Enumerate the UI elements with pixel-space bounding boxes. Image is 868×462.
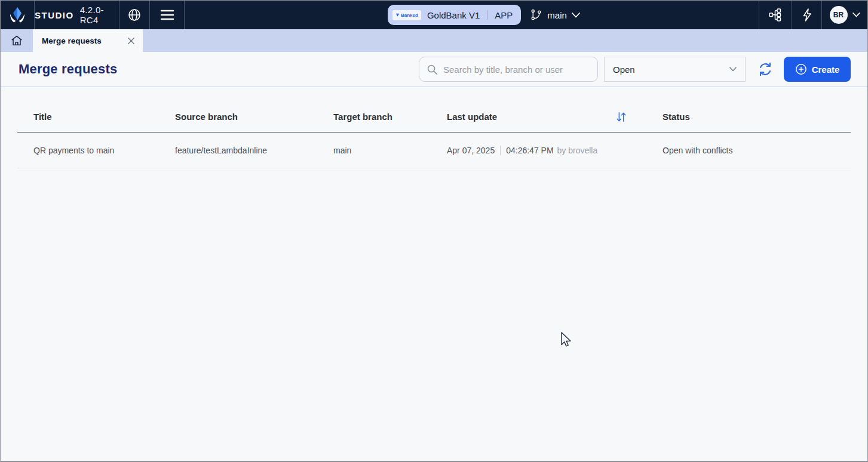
- brand-name: STUDIO: [35, 10, 74, 20]
- chevron-down-icon: [572, 13, 580, 18]
- environments-button[interactable]: [759, 1, 792, 29]
- user-menu[interactable]: BR: [822, 1, 867, 29]
- search-icon: [427, 64, 438, 75]
- kb-environment: APP: [495, 10, 513, 20]
- app-logo[interactable]: [1, 1, 34, 29]
- page-header: Merge requests Open: [1, 52, 867, 87]
- lightning-icon: [800, 8, 814, 22]
- tab-bar: Merge requests: [1, 29, 867, 52]
- kb-separator: [487, 10, 487, 20]
- mr-last-update: Apr 07, 2025 04:26:47 PM by brovella: [447, 146, 662, 155]
- mr-status-badge: Open with conflicts: [662, 146, 851, 155]
- merge-request-row[interactable]: QR payments to main feature/testLambdaIn…: [17, 133, 851, 168]
- status-filter-select[interactable]: Open: [604, 57, 746, 82]
- page-title: Merge requests: [19, 61, 117, 77]
- merge-requests-table: Title Source branch Target branch Last u…: [17, 101, 851, 168]
- menu-icon: [160, 10, 174, 20]
- app-window: STUDIO 4.2.0-RC4: [0, 0, 868, 462]
- brand-block: STUDIO 4.2.0-RC4: [35, 1, 119, 29]
- date-time-separator: [500, 146, 501, 155]
- chevron-down-icon: [729, 67, 737, 72]
- mr-source-branch: feature/testLambdaInline: [175, 146, 333, 155]
- kb-name: GoldBank V1: [427, 10, 480, 20]
- org-logo-icon: [395, 13, 400, 17]
- close-icon: [127, 36, 136, 45]
- last-update-wrap: Apr 07, 2025 04:26:47 PM by brovella: [447, 146, 662, 155]
- refresh-button[interactable]: [757, 61, 773, 77]
- create-button-label: Create: [812, 64, 840, 75]
- column-target-branch: Target branch: [333, 112, 447, 122]
- knowledge-base-selector[interactable]: Banked GoldBank V1 APP: [388, 5, 521, 25]
- brand-version: 4.2.0-RC4: [80, 5, 119, 25]
- current-branch: main: [547, 10, 567, 20]
- status-filter-value: Open: [613, 64, 635, 75]
- hierarchy-icon: [768, 7, 783, 23]
- topbar-right: BR: [759, 1, 867, 29]
- kb-context: Banked GoldBank V1 APP main: [388, 1, 580, 29]
- mouse-cursor: [561, 332, 573, 349]
- globe-icon: [127, 8, 142, 22]
- create-button[interactable]: Create: [784, 57, 851, 82]
- table-header-row: Title Source branch Target branch Last u…: [17, 101, 851, 133]
- kb-org-badge: Banked: [392, 10, 421, 20]
- top-bar: STUDIO 4.2.0-RC4: [1, 1, 867, 29]
- tab-label: Merge requests: [42, 36, 102, 45]
- column-last-update: Last update: [447, 110, 662, 124]
- branch-selector[interactable]: main: [530, 9, 580, 21]
- mr-target-branch: main: [333, 146, 447, 155]
- mr-update-date: Apr 07, 2025: [447, 146, 495, 155]
- column-title: Title: [17, 112, 175, 122]
- column-source-branch: Source branch: [175, 112, 333, 122]
- header-controls: Open: [419, 57, 851, 82]
- kb-org-name: Banked: [401, 13, 418, 18]
- mr-update-author: by brovella: [557, 146, 598, 155]
- actions-button[interactable]: [792, 1, 821, 29]
- avatar: BR: [830, 6, 848, 24]
- tab-close-button[interactable]: [127, 36, 136, 45]
- git-branch-icon: [530, 9, 542, 21]
- home-icon: [10, 34, 23, 47]
- refresh-icon: [757, 61, 773, 77]
- search-input[interactable]: [443, 64, 590, 75]
- mr-title: QR payments to main: [17, 146, 175, 155]
- mr-update-time: 04:26:47 PM: [506, 146, 553, 155]
- plus-circle-icon: [795, 63, 807, 75]
- sort-arrows-icon: [615, 110, 628, 124]
- sort-button[interactable]: [615, 110, 628, 124]
- topbar-divider: [184, 1, 185, 29]
- column-last-update-label: Last update: [447, 112, 497, 122]
- language-button[interactable]: [119, 1, 149, 29]
- studio-logo-icon: [8, 5, 27, 24]
- tab-merge-requests[interactable]: Merge requests: [33, 29, 143, 52]
- search-box[interactable]: [419, 57, 598, 82]
- column-status: Status: [662, 112, 851, 122]
- home-tab-button[interactable]: [1, 29, 33, 52]
- chevron-down-icon: [852, 13, 860, 17]
- main-menu-button[interactable]: [150, 1, 184, 29]
